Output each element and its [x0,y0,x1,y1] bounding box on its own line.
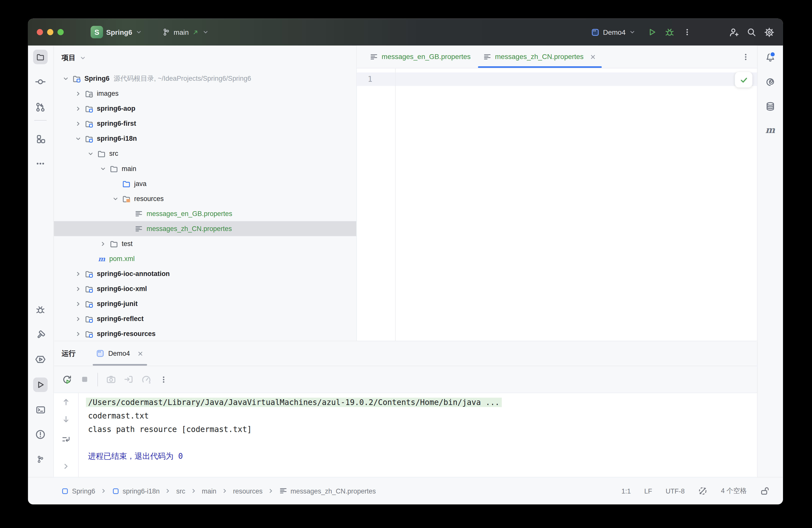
indent-widget[interactable]: 4 个空格 [721,486,747,496]
sidebar-item-notifications[interactable] [763,50,777,64]
attach-button[interactable] [121,372,136,386]
sidebar-item-commit[interactable] [33,74,48,89]
code-with-me-button[interactable] [726,24,741,40]
file-encoding[interactable]: UTF-8 [666,487,684,495]
module-folder-icon [84,314,94,323]
sidebar-item-project[interactable] [33,50,48,64]
tab-options-kebab-icon[interactable] [741,53,750,61]
minimize-window-button[interactable] [47,29,53,35]
tree-row-spring6-first[interactable]: spring6-first [54,116,356,131]
sidebar-item-database[interactable] [763,99,777,114]
stop-button[interactable] [77,372,92,386]
run-tab-demo4[interactable]: Demo4 [93,341,147,366]
tree-row-main[interactable]: main [54,161,356,176]
sidebar-item-services[interactable] [33,352,48,367]
profiler-icon [141,375,151,384]
chevron-right-icon[interactable] [72,90,84,97]
chevron-down-icon[interactable] [85,150,97,157]
chevron-right-icon[interactable] [72,285,84,292]
profiler-button[interactable] [139,372,153,386]
sidebar-item-problems[interactable] [33,427,48,442]
run-button[interactable] [644,24,660,40]
more-actions-button[interactable] [680,24,695,40]
close-icon[interactable] [589,53,596,60]
tree-row-spring6-aop[interactable]: spring6-aop [54,101,356,116]
more-button[interactable] [157,372,171,386]
tree-row-test[interactable]: test [54,236,356,251]
line-separator[interactable]: LF [644,487,652,495]
chevron-right-icon[interactable] [72,270,84,277]
tree-row-spring6[interactable]: Spring6源代码根目录, ~/IdeaProjects/Spring6/Sp… [54,71,356,86]
chevron-down-icon[interactable] [60,75,72,82]
breadcrumb-item-spring6[interactable]: Spring6 [61,487,95,495]
down-arrow-button[interactable] [59,412,72,426]
editor-tab-2[interactable]: messages_zh_CN.propertes [477,45,603,68]
breadcrumb-item-messages_zh_cnpropertes[interactable]: messages_zh_CN.propertes [279,487,376,495]
settings-button[interactable] [761,24,777,40]
tree-row-pomxml[interactable]: mpom.xml [54,251,356,266]
breadcrumb-item-main[interactable]: main [202,487,216,495]
readonly-toggle[interactable] [760,486,769,496]
terminal-icon [35,405,45,414]
tree-row-images[interactable]: images [54,86,356,101]
up-arrow-button[interactable] [59,395,72,409]
console-line: /Users/codermast/Library/Java/JavaVirtua… [88,396,757,409]
sidebar-item-structure[interactable] [33,132,48,146]
chevron-down-icon[interactable] [97,165,109,172]
sidebar-item-terminal[interactable] [33,402,48,417]
close-window-button[interactable] [37,29,43,35]
run-config-widget[interactable]: Demo4 [587,26,640,39]
breadcrumb-item-spring6-i18n[interactable]: spring6-i18n [112,487,160,495]
chevron-right-icon[interactable] [72,300,84,307]
analysis-off-widget[interactable] [698,486,708,496]
tree-row-spring6-reflect[interactable]: spring6-reflect [54,311,356,326]
project-widget[interactable]: S Spring6 [87,24,147,40]
tree-row-src[interactable]: src [54,146,356,161]
search-everywhere-button[interactable] [744,24,759,40]
soft-wrap-button[interactable] [59,432,72,446]
tree-row-spring6-i18n[interactable]: spring6-i18n [54,131,356,146]
sidebar-item-build[interactable] [33,327,48,342]
tree-row-spring6-ioc-xml[interactable]: spring6-ioc-xml [54,281,356,296]
caret-line-highlight [357,73,757,86]
tree-row-resources[interactable]: resources [54,191,356,206]
sidebar-item-maven[interactable]: m [763,123,777,137]
chevron-right-icon[interactable] [72,330,84,337]
chevron-right-icon[interactable] [97,240,109,247]
editor-content[interactable]: 1 [357,68,757,341]
tree-row-spring6-resources[interactable]: spring6-resources [54,326,356,341]
sidebar-item-ai-assistant[interactable] [763,74,777,89]
project-panel-header[interactable]: 项目 [54,45,356,70]
tree-row-spring6-ioc-annotation[interactable]: spring6-ioc-annotation [54,266,356,281]
sidebar-item-pull-requests[interactable] [33,100,48,115]
sidebar-item-run[interactable] [33,378,48,392]
debug-button[interactable] [662,24,677,40]
breadcrumb-label: main [202,487,216,495]
tree-row-messages_en_gbpropertes[interactable]: messages_en_GB.propertes [54,206,356,221]
git-branch-icon [162,28,171,36]
caret-position[interactable]: 1:1 [622,487,631,495]
thread-dump-button[interactable] [103,372,118,386]
zoom-window-button[interactable] [58,29,64,35]
sidebar-item-more-tool-windows[interactable] [33,157,48,171]
branch-widget[interactable]: main [158,26,213,39]
close-icon[interactable] [137,350,144,357]
chevron-right-icon[interactable] [72,315,84,322]
chevron-down-icon[interactable] [110,195,121,202]
chev-right-c-button[interactable] [59,459,72,473]
console-output[interactable]: /Users/codermast/Library/Java/JavaVirtua… [79,393,757,477]
tree-row-spring6-junit[interactable]: spring6-junit [54,296,356,311]
breadcrumb-item-resources[interactable]: resources [233,487,262,495]
inspections-widget[interactable] [735,72,752,88]
tree-label: test [122,240,132,248]
tree-row-messages_zh_cnpropertes[interactable]: messages_zh_CN.propertes [54,221,356,236]
chevron-down-icon[interactable] [72,135,84,142]
chevron-right-icon[interactable] [72,120,84,127]
rerun-button[interactable] [59,372,74,386]
chevron-right-icon[interactable] [72,105,84,112]
sidebar-item-version-control[interactable] [33,452,48,467]
editor-tab-1[interactable]: messages_en_GB.propertes [363,45,477,68]
tree-row-java[interactable]: java [54,176,356,191]
sidebar-item-debug[interactable] [33,303,48,317]
breadcrumb-item-src[interactable]: src [176,487,185,495]
